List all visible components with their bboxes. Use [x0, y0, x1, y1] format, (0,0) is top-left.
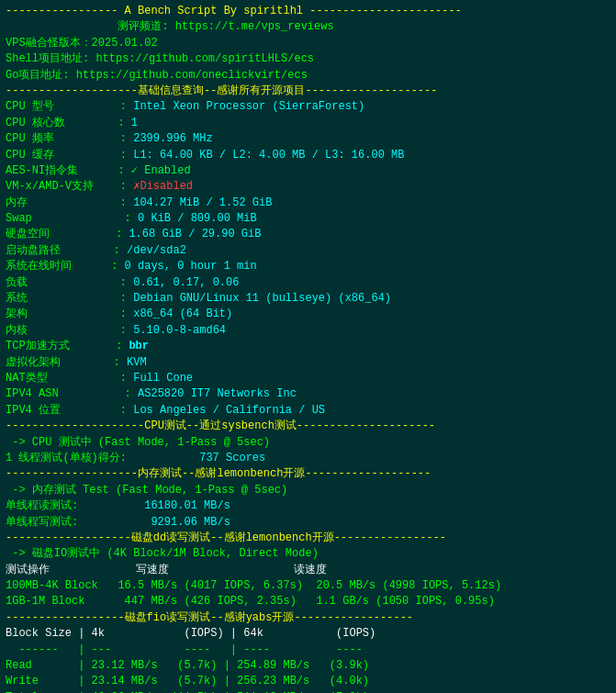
terminal-line-41: Read | 23.12 MB/s (5.7k) | 254.89 MB/s (… — [6, 658, 610, 674]
terminal-line-23: NAT类型 : Full Cone — [6, 371, 610, 386]
terminal-line-21: TCP加速方式 : bbr — [6, 339, 610, 354]
line-value: 104.27 MiB / 1.52 GiB — [133, 196, 272, 209]
terminal-line-29: --------------------内存测试--感谢lemonbench开源… — [6, 466, 610, 482]
terminal-line-28: 1 线程测试(单核)得分: 737 Scores — [6, 451, 610, 466]
terminal-line-12: 内存 : 104.27 MiB / 1.52 GiB — [6, 196, 610, 211]
terminal-line-13: Swap : 0 KiB / 809.00 MiB — [6, 211, 610, 227]
line-value: 0 KiB / 809.00 MiB — [138, 212, 257, 225]
line-label: 架构 : — [6, 307, 133, 320]
terminal-line-36: 100MB-4K Block 16.5 MB/s (4017 IOPS, 6.3… — [6, 578, 610, 594]
line-value: ✓ Enabled — [131, 164, 191, 177]
terminal-line-30: -> 内存测试 Test (Fast Mode, 1-Pass @ 5sec) — [6, 483, 610, 498]
line-value: ✗Disabled — [133, 180, 193, 193]
terminal-line-39: Block Size | 4k (IOPS) | 64k (IOPS) — [6, 626, 610, 642]
terminal-line-42: Write | 23.14 MB/s (5.7k) | 256.23 MB/s … — [6, 674, 610, 689]
terminal-line-2: VPS融合怪版本：2025.01.02 — [6, 36, 610, 51]
terminal-line-33: -------------------磁盘dd读写测试--感谢lemonbenc… — [6, 531, 610, 546]
terminal-line-24: IPV4 ASN : AS25820 IT7 Networks Inc — [6, 386, 610, 402]
terminal-line-20: 内核 : 5.10.0-8-amd64 — [6, 323, 610, 339]
terminal-line-15: 启动盘路径 : /dev/sda2 — [6, 243, 610, 259]
line-label: CPU 核心数 : — [6, 117, 131, 129]
line-label: NAT类型 : — [6, 372, 133, 385]
line-label: TCP加速方式 : — [6, 340, 129, 352]
line-label: 系统 : — [6, 292, 133, 305]
line-value: AS25820 IT7 Networks Inc — [138, 387, 297, 400]
line-label: 单线程读测试: — [6, 499, 144, 512]
line-label: CPU 型号 : — [6, 100, 133, 113]
terminal-line-0: ----------------- A Bench Script By spir… — [6, 4, 610, 19]
terminal-line-37: 1GB-1M Block 447 MB/s (426 IOPS, 2.35s) … — [6, 594, 610, 609]
terminal-line-16: 系统在线时间 : 0 days, 0 hour 1 min — [6, 259, 610, 274]
line-value: 0.61, 0.17, 0.06 — [133, 276, 239, 289]
line-value: Debian GNU/Linux 11 (bullseye) (x86_64) — [133, 292, 391, 305]
line-label: 单线程写测试: — [6, 516, 151, 529]
line-value: KVM — [127, 356, 147, 369]
line-value: Intel Xeon Processor (SierraForest) — [133, 100, 364, 113]
terminal-line-40: ------ | --- ---- | ---- ---- — [6, 643, 610, 658]
line-label: Swap : — [6, 212, 138, 225]
terminal-line-9: CPU 缓存 : L1: 64.00 KB / L2: 4.00 MB / L3… — [6, 148, 610, 163]
line-value: 16180.01 MB/s — [144, 499, 230, 512]
terminal-line-5: --------------------基础信息查询--感谢所有开源项目----… — [6, 84, 610, 99]
line-value: 1 — [131, 117, 138, 129]
terminal-line-4: Go项目地址: https://github.com/oneclickvirt/… — [6, 68, 610, 84]
line-label: CPU 缓存 : — [6, 149, 133, 162]
terminal-line-6: CPU 型号 : Intel Xeon Processor (SierraFor… — [6, 99, 610, 115]
terminal-line-8: CPU 频率 : 2399.996 MHz — [6, 131, 610, 147]
terminal-line-7: CPU 核心数 : 1 — [6, 116, 610, 131]
line-value: 9291.06 MB/s — [151, 516, 230, 529]
line-value: 0 days, 0 hour 1 min — [125, 260, 257, 273]
terminal-line-31: 单线程读测试: 16180.01 MB/s — [6, 498, 610, 514]
line-label: 负载 : — [6, 276, 133, 289]
line-value: bbr — [129, 340, 149, 352]
terminal-line-27: -> CPU 测试中 (Fast Mode, 1-Pass @ 5sec) — [6, 435, 610, 451]
terminal-line-10: AES-NI指令集 : ✓ Enabled — [6, 163, 610, 179]
line-label: 1 线程测试(单核)得分: — [6, 452, 199, 464]
line-label: 内核 : — [6, 324, 133, 337]
line-label: 系统在线时间 : — [6, 260, 125, 273]
line-label: IPV4 ASN : — [6, 387, 138, 400]
terminal-line-32: 单线程写测试: 9291.06 MB/s — [6, 515, 610, 531]
line-label: 硬盘空间 : — [6, 228, 129, 240]
line-value: Los Angeles / California / US — [133, 404, 325, 417]
terminal-line-26: ---------------------CPU测试--通过sysbench测试… — [6, 419, 610, 434]
line-label: VM-x/AMD-V支持 : — [6, 180, 133, 193]
terminal-line-11: VM-x/AMD-V支持 : ✗Disabled — [6, 179, 610, 195]
line-label: AES-NI指令集 : — [6, 164, 131, 177]
line-label: CPU 频率 : — [6, 132, 133, 145]
terminal-line-35: 测试操作 写速度 读速度 — [6, 563, 610, 578]
terminal-line-14: 硬盘空间 : 1.68 GiB / 29.90 GiB — [6, 227, 610, 242]
terminal-line-22: 虚拟化架构 : KVM — [6, 355, 610, 371]
terminal-line-38: ------------------磁盘fio读写测试--感谢yabs开源---… — [6, 610, 610, 626]
line-value: 2399.996 MHz — [133, 132, 212, 145]
terminal-line-19: 架构 : x86_64 (64 Bit) — [6, 307, 610, 322]
line-label: 虚拟化架构 : — [6, 356, 127, 369]
terminal-line-34: -> 磁盘IO测试中 (4K Block/1M Block, Direct Mo… — [6, 546, 610, 562]
terminal-line-25: IPV4 位置 : Los Angeles / California / US — [6, 403, 610, 419]
line-label: 内存 : — [6, 196, 133, 209]
line-value: 1.68 GiB / 29.90 GiB — [129, 228, 261, 240]
line-value: 5.10.0-8-amd64 — [133, 324, 226, 337]
terminal-line-1: 测评频道: https://t.me/vps_reviews — [6, 19, 610, 35]
terminal-output: ----------------- A Bench Script By spir… — [6, 4, 610, 693]
line-label: 启动盘路径 : — [6, 244, 127, 257]
terminal-line-3: Shell项目地址: https://github.com/spiritLHLS… — [6, 51, 610, 67]
line-value: /dev/sda2 — [127, 244, 186, 257]
line-value: L1: 64.00 KB / L2: 4.00 MB / L3: 16.00 M… — [133, 149, 404, 162]
terminal-line-18: 系统 : Debian GNU/Linux 11 (bullseye) (x86… — [6, 291, 610, 307]
line-label: IPV4 位置 : — [6, 404, 133, 417]
terminal-line-17: 负载 : 0.61, 0.17, 0.06 — [6, 275, 610, 291]
line-value: 737 Scores — [199, 452, 265, 464]
line-value: Full Cone — [133, 372, 193, 385]
line-value: x86_64 (64 Bit) — [133, 307, 232, 320]
